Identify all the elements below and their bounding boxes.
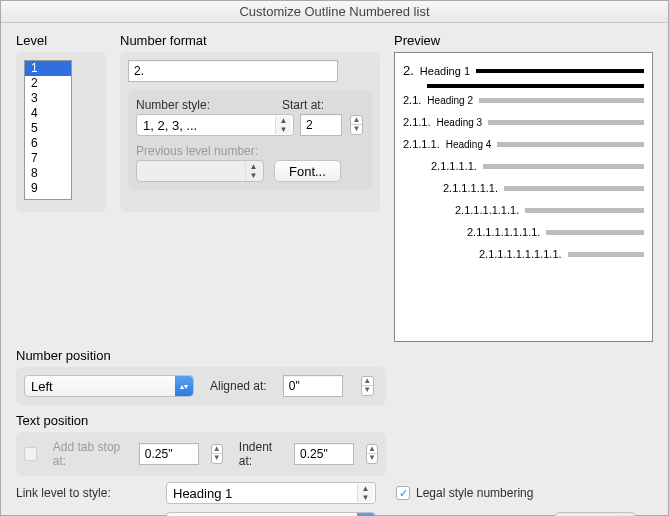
aligned-at-label: Aligned at:	[210, 379, 267, 393]
preview-label: Preview	[394, 33, 653, 48]
indent-at-stepper[interactable]: ▲▼	[366, 444, 378, 464]
preview-box: 2.Heading 12.1.Heading 22.1.1.Heading 32…	[394, 52, 653, 342]
position-align-value: Left	[31, 379, 53, 394]
aligned-at-input[interactable]	[283, 375, 343, 397]
dialog-title: Customize Outline Numbered list	[1, 1, 668, 23]
level-item[interactable]: 8	[25, 166, 71, 181]
level-item[interactable]: 4	[25, 106, 71, 121]
preview-line: 2.1.1.1.1.1.1.	[403, 204, 644, 216]
chevron-updown-icon: ▴▾	[175, 376, 193, 396]
updown-icon: ▲▼	[245, 162, 261, 180]
link-level-value: Heading 1	[173, 486, 232, 501]
level-item[interactable]: 2	[25, 76, 71, 91]
prev-level-select: ▲▼	[136, 160, 264, 182]
preview-line: 2.1.1.1.1.1.1.1.1.	[403, 248, 644, 260]
legal-style-label: Legal style numbering	[416, 486, 533, 500]
number-style-select[interactable]: 1, 2, 3, ... ▲▼	[136, 114, 294, 136]
number-style-value: 1, 2, 3, ...	[143, 118, 197, 133]
text-position-label: Text position	[16, 413, 653, 428]
level-label: Level	[16, 33, 106, 48]
number-position-label: Number position	[16, 348, 653, 363]
font-button[interactable]: Font...	[274, 160, 341, 182]
updown-icon: ▲▼	[275, 116, 291, 134]
level-item[interactable]: 1	[25, 61, 71, 76]
restart-select: ▲▼	[555, 512, 635, 516]
start-at-input[interactable]	[300, 114, 342, 136]
start-at-stepper[interactable]: ▲▼	[350, 115, 363, 135]
position-align-select[interactable]: Left ▴▾	[24, 375, 194, 397]
tab-stop-stepper[interactable]: ▲▼	[211, 444, 223, 464]
preview-line: 2.1.1.1.Heading 4	[403, 138, 644, 150]
indent-at-input[interactable]	[294, 443, 354, 465]
link-level-select[interactable]: Heading 1 ▲▼	[166, 482, 376, 504]
level-item[interactable]: 6	[25, 136, 71, 151]
link-level-label: Link level to style:	[16, 486, 166, 500]
aligned-at-stepper[interactable]: ▲▼	[361, 376, 374, 396]
preview-line: 2.1.Heading 2	[403, 94, 644, 106]
tab-stop-input[interactable]	[139, 443, 199, 465]
start-at-label: Start at:	[282, 98, 324, 112]
add-tab-checkbox[interactable]	[24, 447, 37, 461]
number-format-label: Number format	[120, 33, 380, 48]
preview-line: 2.1.1.Heading 3	[403, 116, 644, 128]
updown-icon: ▲▼	[357, 484, 373, 502]
number-style-label: Number style:	[136, 98, 210, 112]
legal-style-checkbox[interactable]: ✓	[396, 486, 410, 500]
prev-level-label: Previous level number:	[136, 144, 364, 158]
preview-line: 2.1.1.1.1.1.1.1.	[403, 226, 644, 238]
follow-number-select[interactable]: Nothing ▴▾	[166, 512, 376, 516]
level-item[interactable]: 7	[25, 151, 71, 166]
preview-line: 2.1.1.1.1.	[403, 160, 644, 172]
level-listbox[interactable]: 123456789	[24, 60, 72, 200]
preview-line: 2.Heading 1	[403, 63, 644, 78]
level-item[interactable]: 9	[25, 181, 71, 196]
indent-at-label: Indent at:	[239, 440, 284, 468]
add-tab-label: Add tab stop at:	[53, 440, 129, 468]
preview-line: 2.1.1.1.1.1.	[403, 182, 644, 194]
level-item[interactable]: 5	[25, 121, 71, 136]
level-item[interactable]: 3	[25, 91, 71, 106]
number-format-input[interactable]	[128, 60, 338, 82]
dialog-window: Customize Outline Numbered list Level 12…	[0, 0, 669, 516]
